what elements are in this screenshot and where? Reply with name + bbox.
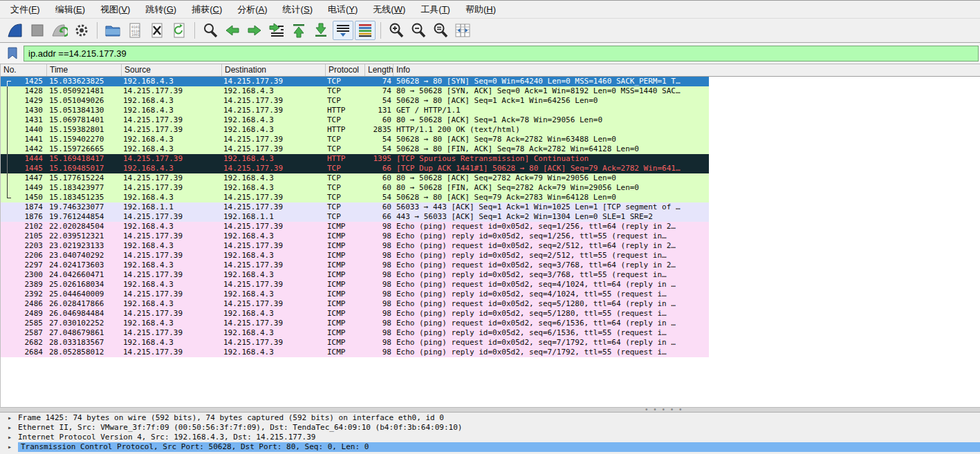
zoom-out-icon[interactable] bbox=[408, 21, 429, 40]
detail-row[interactable]: ▸Ethernet II, Src: VMware_3f:7f:09 (00:5… bbox=[0, 423, 980, 433]
menu-item-g[interactable]: 跳转(G) bbox=[138, 1, 184, 18]
packet-cell-source: 192.168.4.3 bbox=[122, 135, 222, 144]
column-header-source[interactable]: Source bbox=[122, 64, 222, 76]
packet-row[interactable]: 144215.159726665192.168.4.314.215.177.39… bbox=[1, 144, 709, 154]
packet-cell-no: 2105 bbox=[1, 231, 47, 241]
packet-row[interactable]: 144015.15938280114.215.177.39192.168.4.3… bbox=[1, 125, 709, 135]
packet-list-header[interactable]: No.TimeSourceDestinationProtocolLengthIn… bbox=[1, 64, 980, 77]
menu-item-c[interactable]: 捕获(C) bbox=[184, 1, 230, 18]
open-file-icon[interactable] bbox=[102, 21, 123, 40]
expander-arrow-icon[interactable]: ▸ bbox=[8, 442, 12, 452]
reload-file-icon[interactable] bbox=[169, 21, 189, 40]
conversation-bracket-icon bbox=[7, 115, 11, 125]
menu-item-y[interactable]: 电话(Y) bbox=[320, 1, 365, 18]
menu-item-a[interactable]: 分析(A) bbox=[230, 1, 275, 18]
packet-cell-info: 50628 → 80 [ACK] Seq=79 Ack=2783 Win=641… bbox=[394, 193, 709, 202]
packet-cell-no: 1874 bbox=[1, 202, 47, 212]
close-file-icon[interactable] bbox=[147, 21, 167, 40]
column-header-info[interactable]: Info bbox=[394, 64, 980, 76]
go-to-packet-icon[interactable] bbox=[266, 21, 287, 40]
packet-cell-info: 50628 → 80 [ACK] Seq=78 Ack=2782 Win=634… bbox=[394, 135, 709, 144]
colorize-icon[interactable] bbox=[355, 21, 376, 40]
column-header-no[interactable]: No. bbox=[1, 64, 47, 76]
packet-row[interactable]: 143015.051384130192.168.4.314.215.177.39… bbox=[1, 106, 709, 115]
packet-row[interactable]: 220323.021923133192.168.4.314.215.177.39… bbox=[1, 241, 709, 251]
go-back-icon[interactable] bbox=[222, 21, 243, 40]
packet-cell-no: 2392 bbox=[1, 290, 47, 299]
packet-cell-time: 15.069781401 bbox=[47, 115, 122, 125]
start-capture-icon[interactable] bbox=[5, 21, 26, 40]
save-file-icon[interactable]: 010101101001 bbox=[124, 21, 145, 40]
packet-cell-length: 98 bbox=[365, 270, 394, 280]
go-forward-icon[interactable] bbox=[244, 21, 265, 40]
packet-cell-time: 22.020284504 bbox=[47, 222, 122, 231]
packet-cell-time: 28.052858012 bbox=[47, 348, 122, 357]
expander-arrow-icon[interactable]: ▸ bbox=[8, 433, 12, 442]
menu-item-s[interactable]: 统计(S) bbox=[275, 1, 320, 18]
packet-cell-time: 15.159726665 bbox=[47, 144, 122, 154]
go-last-icon[interactable] bbox=[311, 21, 331, 40]
packet-row[interactable]: 187419.746323077192.168.1.114.215.177.39… bbox=[1, 202, 709, 212]
packet-row[interactable]: 142815.05092148114.215.177.39192.168.4.3… bbox=[1, 86, 709, 96]
packet-row[interactable]: 142515.033623825192.168.4.314.215.177.39… bbox=[1, 77, 709, 86]
capture-options-icon[interactable] bbox=[71, 21, 92, 40]
zoom-reset-icon[interactable] bbox=[430, 21, 451, 40]
stop-capture-icon[interactable] bbox=[27, 21, 48, 40]
menu-item-t[interactable]: 工具(T) bbox=[413, 1, 458, 18]
packet-cell-info: [TCP Dup ACK 1441#1] 50628 → 80 [ACK] Se… bbox=[394, 164, 709, 173]
packet-row[interactable]: 143115.06978140114.215.177.39192.168.4.3… bbox=[1, 115, 709, 125]
zoom-in-icon[interactable] bbox=[386, 21, 407, 40]
packet-row[interactable]: 210222.020284504192.168.4.314.215.177.39… bbox=[1, 222, 709, 231]
packet-row[interactable]: 268228.033183567192.168.4.314.215.177.39… bbox=[1, 338, 709, 348]
detail-row[interactable]: ▸Frame 1425: 74 bytes on wire (592 bits)… bbox=[0, 413, 980, 423]
restart-capture-icon[interactable] bbox=[49, 21, 70, 40]
packet-cell-destination: 192.168.1.1 bbox=[222, 212, 326, 222]
packet-row[interactable]: 142915.051049026192.168.4.314.215.177.39… bbox=[1, 96, 709, 106]
resize-columns-icon[interactable] bbox=[452, 21, 473, 40]
packet-row[interactable]: 229724.024173603192.168.4.314.215.177.39… bbox=[1, 261, 709, 270]
expander-arrow-icon[interactable]: ▸ bbox=[8, 413, 12, 423]
column-header-length[interactable]: Length bbox=[365, 64, 394, 76]
expander-arrow-icon[interactable]: ▸ bbox=[8, 423, 12, 433]
detail-row[interactable]: ▸Internet Protocol Version 4, Src: 192.1… bbox=[0, 433, 980, 442]
column-header-destination[interactable]: Destination bbox=[222, 64, 326, 76]
packet-cell-no: 2102 bbox=[1, 222, 47, 231]
filter-bookmark-button[interactable] bbox=[4, 45, 21, 62]
packet-row[interactable]: 258727.04867986114.215.177.39192.168.4.3… bbox=[1, 328, 709, 338]
packet-row[interactable]: 144415.16941841714.215.177.39192.168.4.3… bbox=[1, 154, 709, 164]
packet-cell-length: 98 bbox=[365, 290, 394, 299]
packet-row[interactable]: 144915.18342397714.215.177.39192.168.4.3… bbox=[1, 183, 709, 193]
packet-row[interactable]: 220623.04074029214.215.177.39192.168.4.3… bbox=[1, 251, 709, 261]
menu-item-v[interactable]: 视图(V) bbox=[93, 1, 138, 18]
packet-row[interactable]: 210522.03951232114.215.177.39192.168.4.3… bbox=[1, 231, 709, 241]
menu-item-f[interactable]: 文件(F) bbox=[3, 1, 48, 18]
menu-item-e[interactable]: 编辑(E) bbox=[48, 1, 93, 18]
packet-row[interactable]: 144115.159402270192.168.4.314.215.177.39… bbox=[1, 135, 709, 144]
packet-row[interactable]: 258527.030102252192.168.4.314.215.177.39… bbox=[1, 319, 709, 328]
detail-row[interactable]: ▸Transmission Control Protocol, Src Port… bbox=[0, 442, 980, 452]
menu-item-h[interactable]: 帮助(H) bbox=[458, 1, 503, 18]
display-filter-input[interactable] bbox=[24, 46, 979, 62]
packet-row[interactable]: 268428.05285801214.215.177.39192.168.4.3… bbox=[1, 348, 709, 357]
packet-row[interactable]: 145015.183451235192.168.4.314.215.177.39… bbox=[1, 193, 709, 202]
find-packet-icon[interactable] bbox=[200, 21, 221, 40]
go-first-icon[interactable] bbox=[288, 21, 309, 40]
packet-cell-info: 56033 → 443 [ACK] Seq=1 Ack=1 Win=1025 L… bbox=[394, 202, 709, 212]
packet-cell-source: 192.168.4.3 bbox=[122, 193, 222, 202]
packet-cell-no: 2203 bbox=[1, 241, 47, 251]
packet-row[interactable]: 187619.76124485414.215.177.39192.168.1.1… bbox=[1, 212, 709, 222]
packet-row[interactable]: 230024.04266047114.215.177.39192.168.4.3… bbox=[1, 270, 709, 280]
packet-row[interactable]: 144515.169485017192.168.4.314.215.177.39… bbox=[1, 164, 709, 173]
packet-row[interactable]: 144715.17761522414.215.177.39192.168.4.3… bbox=[1, 173, 709, 183]
packet-row[interactable]: 238925.026168034192.168.4.314.215.177.39… bbox=[1, 280, 709, 290]
packet-cell-length: 98 bbox=[365, 280, 394, 290]
column-header-time[interactable]: Time bbox=[47, 64, 122, 76]
pane-splitter[interactable]: • • • • • bbox=[0, 407, 980, 413]
conversation-bracket-icon bbox=[7, 96, 11, 106]
packet-row[interactable]: 239225.04464000914.215.177.39192.168.4.3… bbox=[1, 290, 709, 299]
packet-row[interactable]: 248626.028417866192.168.4.314.215.177.39… bbox=[1, 299, 709, 309]
column-header-protocol[interactable]: Protocol bbox=[326, 64, 365, 76]
auto-scroll-icon[interactable] bbox=[333, 21, 353, 40]
packet-row[interactable]: 248926.04698448414.215.177.39192.168.4.3… bbox=[1, 309, 709, 319]
menu-item-w[interactable]: 无线(W) bbox=[365, 1, 413, 18]
